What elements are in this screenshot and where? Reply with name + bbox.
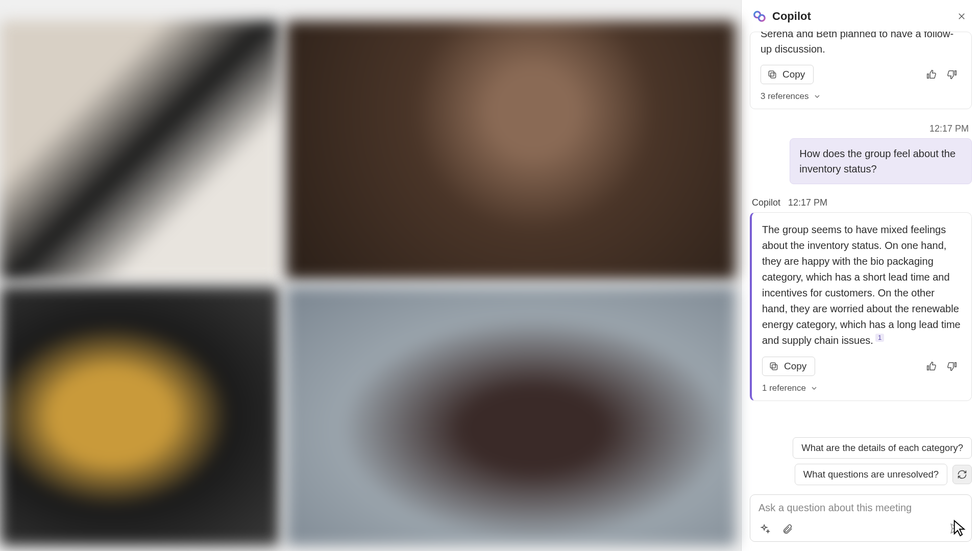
response-actions: Copy [762,357,961,376]
response-card: Serena and Beth planned to have a follow… [750,32,972,109]
copilot-conversation: Serena and Beth planned to have a follow… [742,32,980,422]
prompt-input[interactable] [758,502,963,514]
suggestion-pill[interactable]: What questions are unresolved? [795,464,947,485]
copy-label: Copy [784,361,806,372]
copy-button[interactable]: Copy [761,65,814,84]
refresh-suggestions-button[interactable] [952,465,972,484]
svg-rect-6 [772,365,777,370]
video-tile[interactable] [0,20,280,280]
thumbs-up-button[interactable] [922,66,940,83]
thumbs-down-button[interactable] [944,66,961,83]
close-button[interactable] [953,8,970,24]
sender-name: Copilot [752,197,780,208]
references-label: 3 references [761,91,809,102]
user-message: How does the group feel about the invent… [790,138,972,184]
svg-rect-5 [769,71,774,76]
message-timestamp: 12:17 PM [750,123,969,134]
attach-button[interactable] [781,522,794,536]
chevron-down-icon [813,92,821,101]
video-row [0,286,736,546]
send-button[interactable] [949,522,963,536]
copy-icon [769,361,779,371]
refresh-icon [957,469,967,480]
references-toggle[interactable]: 1 reference [762,383,818,393]
compose-box[interactable] [750,494,972,542]
citation-badge[interactable]: 1 [875,334,884,342]
copy-icon [767,69,777,80]
thumbs-down-icon [947,361,958,372]
paperclip-icon [782,523,793,535]
sender-timestamp: 12:17 PM [788,197,827,208]
response-text: The group seems to have mixed feelings a… [762,213,961,348]
copilot-panel: Copilot Serena and Beth planned to have … [741,0,980,551]
thumbs-down-icon [947,69,958,80]
copy-label: Copy [782,69,805,80]
copilot-header: Copilot [742,0,980,32]
response-text: Serena and Beth planned to have a follow… [761,32,961,57]
sender-line: Copilot 12:17 PM [752,197,972,208]
references-toggle[interactable]: 3 references [761,91,821,102]
suggestion-pill[interactable]: What are the details of each category? [793,437,972,459]
copilot-logo-icon [753,10,766,23]
video-row [0,20,736,280]
response-card-active: The group seems to have mixed feelings a… [750,212,972,401]
compose-toolbar [758,522,963,536]
response-actions: Copy [761,65,961,84]
svg-rect-4 [771,73,776,78]
sparkle-icon [760,523,771,535]
suggestion-area: What are the details of each category? W… [742,422,980,490]
svg-point-1 [758,15,765,21]
video-grid [0,0,741,551]
send-icon [949,522,962,535]
thumbs-up-icon [925,69,937,80]
thumbs-up-button[interactable] [922,358,940,375]
copy-button[interactable]: Copy [762,357,815,376]
chevron-down-icon [810,384,818,392]
thumbs-down-button[interactable] [944,358,961,375]
video-tile[interactable] [286,20,736,280]
references-label: 1 reference [762,383,806,393]
video-tile[interactable] [0,286,280,546]
copilot-title: Copilot [772,10,947,23]
thumbs-up-icon [925,361,937,372]
sparkle-prompts-button[interactable] [758,522,772,536]
svg-rect-7 [770,363,775,368]
video-tile[interactable] [286,286,736,546]
